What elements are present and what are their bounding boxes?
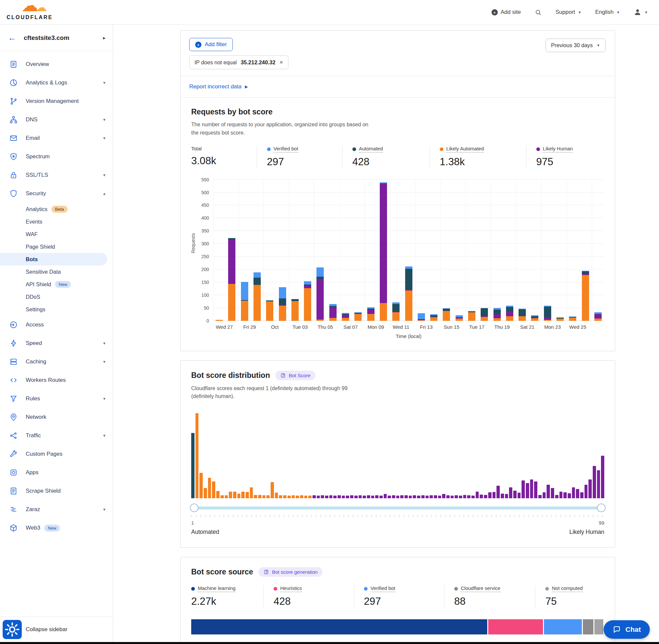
slider-handle-max[interactable] <box>597 504 606 512</box>
gridline <box>566 180 567 321</box>
sidebar-item-caching[interactable]: Caching▼ <box>0 352 113 371</box>
collapse-sidebar-button[interactable]: Collapse sidebar <box>26 626 68 633</box>
stacked-bar-mon-16 <box>455 315 463 321</box>
sidebar-item-access[interactable]: Access <box>0 316 113 334</box>
source-bar-segment-verified-bot <box>544 619 582 635</box>
histogram-bar-score-52 <box>404 495 408 498</box>
time-range-dropdown[interactable]: Previous 30 days ▼ <box>546 39 606 52</box>
gridline <box>213 179 604 180</box>
sidebar-subitem-waf[interactable]: WAF <box>0 228 113 240</box>
bar-segment-likely-human <box>380 184 387 303</box>
add-site-button[interactable]: + Add site <box>492 9 521 16</box>
sidebar-item-security[interactable]: Security▲ <box>0 184 113 203</box>
sidebar-subitem-page-shield[interactable]: Page Shield <box>0 240 113 253</box>
max-score-label: 99 <box>599 520 604 526</box>
stat-label[interactable]: Verified bot <box>267 146 298 153</box>
sidebar-item-workers-routes[interactable]: Workers Routes <box>0 371 113 389</box>
histogram-bar-score-4 <box>204 488 207 498</box>
y-tick-label: 450 <box>202 203 209 208</box>
sidebar-subitem-events[interactable]: Events <box>0 215 113 228</box>
sidebar-item-ssl-tls[interactable]: SSL/TLS▼ <box>0 166 113 184</box>
sidebar-item-web3[interactable]: Web3New <box>0 519 113 537</box>
language-menu[interactable]: English ▼ <box>595 9 620 16</box>
histogram-bar-score-90 <box>563 492 567 498</box>
sidebar-subitem-api-shield[interactable]: API ShieldNew <box>0 278 113 291</box>
stacked-bar-fri-27 <box>594 312 602 321</box>
sidebar-subitem-analytics[interactable]: AnalyticsBeta <box>0 203 113 215</box>
sidebar-subitem-ddos[interactable]: DDoS <box>0 291 113 303</box>
sidebar-item-scrape-shield[interactable]: Scrape Shield <box>0 482 113 500</box>
report-incorrect-data-link[interactable]: Report incorrect data ▶ <box>189 84 248 90</box>
bar-segment-likely-human <box>342 315 349 318</box>
stat-label[interactable]: Automated <box>352 146 383 153</box>
bar-segment-likely-automated <box>354 314 362 321</box>
sidebar-item-rules[interactable]: Rules▼ <box>0 389 113 408</box>
histogram-bar-score-66 <box>463 495 467 498</box>
filter-chip[interactable]: IP does not equal 35.212.240.32 × <box>189 55 288 69</box>
bar-segment-likely-human <box>367 309 375 314</box>
bar-segment-likely-automated <box>329 318 336 321</box>
sidebar-item-email[interactable]: Email▼ <box>0 129 113 147</box>
min-score-label: 1 <box>191 520 194 526</box>
histogram-bar-score-77 <box>509 487 512 499</box>
sidebar-item-analytics-logs[interactable]: Analytics & Logs▼ <box>0 73 113 92</box>
stacked-bar-fri-06 <box>329 304 336 321</box>
support-menu[interactable]: Support ▼ <box>556 9 581 16</box>
stacked-bar-wed-25 <box>569 317 576 321</box>
stat-label[interactable]: Heuristics <box>274 585 302 592</box>
histogram-bar-score-26 <box>296 496 299 498</box>
sidebar-item-custom-pages[interactable]: Custom Pages <box>0 445 113 463</box>
stacked-bar-mon-09 <box>367 307 375 321</box>
stat-label[interactable]: Machine learning <box>191 585 235 592</box>
histogram-bar-score-57 <box>426 496 429 498</box>
sidebar-subitem-settings[interactable]: Settings <box>0 303 113 316</box>
bar-segment-automated <box>582 271 589 274</box>
chat-button[interactable]: Chat <box>604 620 650 639</box>
slider-handle-min[interactable] <box>190 504 198 512</box>
bar-segment-verified-bot <box>304 281 311 284</box>
stat-label-text: Likely Automated <box>446 146 484 153</box>
score-range-slider[interactable] <box>191 504 604 512</box>
x-tick-label: Mon 09 <box>368 324 384 330</box>
sidebar-item-spectrum[interactable]: Spectrum <box>0 147 113 166</box>
stat-label[interactable]: Cloudflare service <box>454 585 500 592</box>
source-section: Bot score source Bot score generation Ma… <box>181 557 615 644</box>
slider-track[interactable] <box>192 506 604 509</box>
bar-segment-automated <box>405 269 413 290</box>
sidebar-item-traffic[interactable]: Traffic▼ <box>0 427 113 445</box>
sidebar-item-zaraz[interactable]: Zaraz▼ <box>0 500 113 519</box>
histogram-bar-score-32 <box>321 495 324 498</box>
chevron-right-icon[interactable]: ▸ <box>103 35 105 41</box>
histogram-bar-score-53 <box>409 496 412 498</box>
search-icon[interactable] <box>535 9 542 16</box>
sidebar-item-apps[interactable]: Apps <box>0 463 113 482</box>
sidebar-subitem-sensitive-data[interactable]: Sensitive Data <box>0 266 113 278</box>
slider-range-names: Automated Likely Human <box>191 529 604 535</box>
x-tick-label: Sat 21 <box>520 324 534 330</box>
sidebar-item-version-management[interactable]: Version Management <box>0 92 113 111</box>
sidebar-subitem-label: DDoS <box>26 294 40 300</box>
stacked-bar-wed-04 <box>304 281 311 321</box>
sidebar-item-speed[interactable]: Speed▼ <box>0 334 113 352</box>
plus-icon: + <box>195 42 202 48</box>
stat-label[interactable]: Likely Human <box>536 146 573 153</box>
remove-filter-icon[interactable]: × <box>280 59 283 66</box>
sidebar-item-overview[interactable]: Overview <box>0 55 113 73</box>
sidebar-subitem-bots[interactable]: Bots <box>0 253 107 266</box>
bar-segment-automated <box>506 307 513 312</box>
account-menu[interactable]: ▼ <box>634 8 648 16</box>
histogram-bar-score-86 <box>547 485 550 498</box>
bot-score-doc-badge[interactable]: Bot Score <box>275 371 315 380</box>
bar-segment-likely-human <box>329 307 336 318</box>
histogram-bar-score-10 <box>229 492 232 499</box>
bot-score-generation-doc-badge[interactable]: Bot score generation <box>258 567 323 577</box>
sidebar-item-network[interactable]: Network <box>0 408 113 427</box>
histogram-bar-score-93 <box>576 489 579 498</box>
stat-label[interactable]: Verified bot <box>364 585 395 592</box>
settings-gear-button[interactable] <box>3 620 22 639</box>
stat-label[interactable]: Likely Automated <box>440 146 484 153</box>
back-arrow-icon[interactable]: ← <box>8 33 17 43</box>
add-filter-button[interactable]: + Add filter <box>189 38 233 51</box>
sidebar-item-dns[interactable]: DNS▼ <box>0 111 113 129</box>
stat-label[interactable]: Not computed <box>545 585 583 592</box>
